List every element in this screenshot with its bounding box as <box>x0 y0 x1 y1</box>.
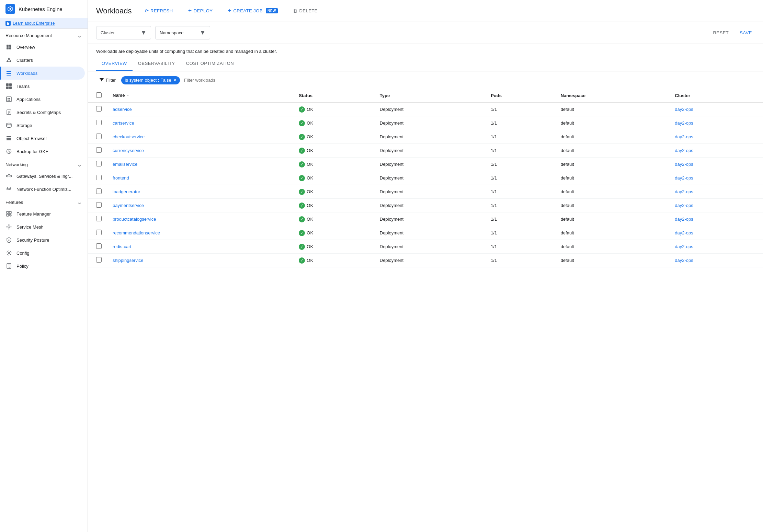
sidebar-item-secrets[interactable]: Secrets & ConfigMaps <box>0 106 85 119</box>
sidebar-item-config[interactable]: E Config <box>0 246 85 259</box>
sidebar-item-gateways[interactable]: Gateways, Services & Ingr... <box>0 170 85 183</box>
sidebar-item-network-function[interactable]: Network Function Optimiz... <box>0 183 85 196</box>
namespace-dropdown[interactable]: Namespace ▼ <box>155 26 210 39</box>
cluster-link-4[interactable]: day2-ops <box>675 162 693 167</box>
status-ok-icon-3: ✓ <box>299 148 305 154</box>
sidebar-item-policy[interactable]: E Policy <box>0 259 85 273</box>
row-select-8[interactable] <box>96 216 102 221</box>
section-networking[interactable]: Networking ⌄ <box>0 158 88 170</box>
cluster-link-8[interactable]: day2-ops <box>675 217 693 222</box>
enterprise-banner[interactable]: E Learn about Enterprise <box>0 18 88 29</box>
sidebar-item-object-browser[interactable]: Object Browser <box>0 132 85 145</box>
filter-workloads-input[interactable] <box>183 76 243 84</box>
row-name-0: adservice <box>107 103 293 116</box>
workload-link-10[interactable]: redis-cart <box>113 244 131 249</box>
filter-chip-close-icon[interactable]: × <box>173 78 176 83</box>
row-select-3[interactable] <box>96 147 102 153</box>
cluster-link-5[interactable]: day2-ops <box>675 175 693 181</box>
section-resource-management[interactable]: Resource Management ⌄ <box>0 29 88 41</box>
sidebar-item-storage[interactable]: Storage <box>0 119 85 132</box>
select-all-checkbox[interactable] <box>96 92 102 98</box>
cluster-link-3[interactable]: day2-ops <box>675 148 693 153</box>
refresh-icon: ⟳ <box>145 8 149 13</box>
workload-link-1[interactable]: cartservice <box>113 120 134 126</box>
cluster-link-2[interactable]: day2-ops <box>675 134 693 139</box>
deploy-button[interactable]: + DEPLOY <box>183 5 218 17</box>
workload-link-2[interactable]: checkoutservice <box>113 134 145 139</box>
deploy-label: DEPLOY <box>194 8 213 13</box>
svg-rect-15 <box>6 83 9 86</box>
cluster-link-10[interactable]: day2-ops <box>675 244 693 249</box>
create-job-button[interactable]: + CREATE JOB NEW <box>223 5 283 17</box>
workload-link-5[interactable]: frontend <box>113 175 129 181</box>
row-status-10: ✓ OK <box>293 240 374 254</box>
workload-link-11[interactable]: shippingservice <box>113 258 144 263</box>
sidebar-item-feature-manager[interactable]: E Feature Manager <box>0 207 85 220</box>
row-select-7[interactable] <box>96 202 102 208</box>
cluster-dropdown[interactable]: Cluster ▼ <box>96 26 151 39</box>
delete-button[interactable]: 🗑 DELETE <box>288 6 322 16</box>
filter-toggle-button[interactable]: Filter <box>96 76 118 85</box>
workload-link-6[interactable]: loadgenerator <box>113 189 140 194</box>
cluster-link-6[interactable]: day2-ops <box>675 189 693 194</box>
workload-link-3[interactable]: currencyservice <box>113 148 144 153</box>
svg-line-10 <box>9 59 11 61</box>
row-select-5[interactable] <box>96 175 102 180</box>
section-features[interactable]: Features ⌄ <box>0 196 88 207</box>
tab-cost-optimization[interactable]: COST OPTIMIZATION <box>181 57 239 71</box>
svg-rect-13 <box>7 73 11 74</box>
workloads-table: Name ↑ Status Type Pods Namespace Cluste… <box>88 89 763 267</box>
status-ok-icon-7: ✓ <box>299 203 305 209</box>
workload-link-7[interactable]: paymentservice <box>113 203 144 208</box>
row-checkbox-3 <box>88 144 107 158</box>
row-status-6: ✓ OK <box>293 185 374 199</box>
status-text-8: OK <box>307 217 313 222</box>
sidebar-item-security-posture[interactable]: E Security Posture <box>0 233 85 246</box>
sidebar-item-applications[interactable]: Applications <box>0 93 85 106</box>
row-select-11[interactable] <box>96 257 102 263</box>
row-status-4: ✓ OK <box>293 158 374 171</box>
row-namespace-5: default <box>555 171 670 185</box>
svg-point-33 <box>7 175 8 177</box>
row-select-9[interactable] <box>96 230 102 235</box>
row-select-4[interactable] <box>96 161 102 166</box>
row-select-2[interactable] <box>96 134 102 139</box>
sidebar-item-service-mesh[interactable]: Service Mesh <box>0 220 85 233</box>
row-select-10[interactable] <box>96 243 102 249</box>
status-ok-icon-4: ✓ <box>299 161 305 167</box>
cluster-link-9[interactable]: day2-ops <box>675 230 693 235</box>
sidebar-item-teams[interactable]: Teams <box>0 80 85 93</box>
tab-overview[interactable]: OVERVIEW <box>96 57 133 71</box>
row-select-0[interactable] <box>96 106 102 112</box>
tab-observability[interactable]: OBSERVABILITY <box>133 57 181 71</box>
header-name-label: Name <box>113 93 125 98</box>
workload-link-0[interactable]: adservice <box>113 107 132 112</box>
section-label-resource-management: Resource Management <box>5 33 52 38</box>
sidebar-item-backup[interactable]: Backup for GKE <box>0 145 85 158</box>
sidebar-item-label-security-posture: Security Posture <box>16 238 49 243</box>
status-ok-icon-0: ✓ <box>299 106 305 113</box>
cluster-link-7[interactable]: day2-ops <box>675 203 693 208</box>
workload-link-8[interactable]: productcatalogservice <box>113 217 156 222</box>
sidebar-item-clusters[interactable]: Clusters <box>0 54 85 67</box>
row-pods-0: 1/1 <box>485 103 555 116</box>
row-select-1[interactable] <box>96 120 102 125</box>
refresh-button[interactable]: ⟳ REFRESH <box>140 6 178 16</box>
workload-link-9[interactable]: recommendationservice <box>113 230 160 235</box>
row-select-6[interactable] <box>96 188 102 194</box>
workload-link-4[interactable]: emailservice <box>113 162 137 167</box>
cluster-link-11[interactable]: day2-ops <box>675 258 693 263</box>
header-checkbox-cell <box>88 89 107 103</box>
row-status-5: ✓ OK <box>293 171 374 185</box>
sidebar-item-overview[interactable]: Overview <box>0 41 85 54</box>
enterprise-link[interactable]: Learn about Enterprise <box>13 21 55 26</box>
security-posture-icon: E <box>5 236 12 243</box>
header-name[interactable]: Name ↑ <box>107 89 293 103</box>
reset-button[interactable]: RESET <box>710 29 731 37</box>
app-title: Kubernetes Engine <box>19 6 62 12</box>
cluster-link-1[interactable]: day2-ops <box>675 120 693 126</box>
save-button[interactable]: SAVE <box>737 29 755 37</box>
sidebar-item-workloads[interactable]: Workloads <box>0 67 85 80</box>
sort-asc-icon: ↑ <box>127 93 129 99</box>
cluster-link-0[interactable]: day2-ops <box>675 107 693 112</box>
